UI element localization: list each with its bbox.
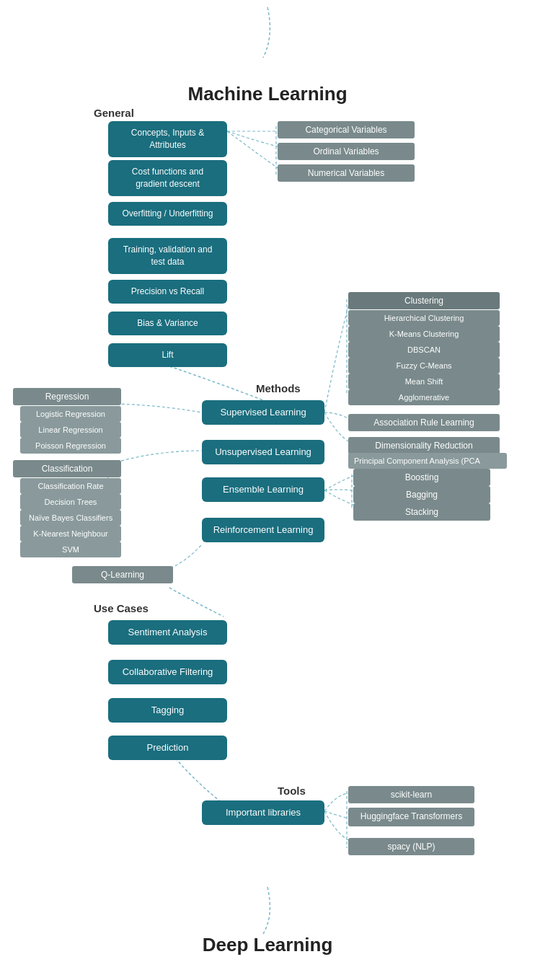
section-usecases-label: Use Cases — [94, 602, 149, 614]
box-supervised: Supervised Learning — [202, 400, 324, 425]
section-methods-label: Methods — [256, 382, 301, 394]
box-categorical: Categorical Variables — [278, 121, 415, 138]
box-ensemble: Ensemble Learning — [202, 477, 324, 502]
box-numerical: Numerical Variables — [278, 164, 415, 182]
box-bagging: Bagging — [353, 486, 490, 503]
box-poisson: Poisson Regression — [20, 438, 121, 454]
box-concepts: Concepts, Inputs & Attributes — [108, 121, 227, 157]
box-importantlibs: Important libraries — [202, 800, 324, 825]
section-tools-label: Tools — [278, 785, 306, 797]
box-overfitting: Overfitting / Underfitting — [108, 202, 227, 226]
box-naivebayes: Naïve Bayes Classifiers — [20, 510, 121, 526]
box-knearest: K-Nearest Neighbour — [20, 526, 121, 542]
box-precision: Precision vs Recall — [108, 280, 227, 304]
box-spacy: spacy (NLP) — [348, 838, 474, 855]
box-unsupervised: Unsupervised Learning — [202, 440, 324, 464]
box-stacking: Stacking — [353, 503, 490, 521]
section-general-label: General — [94, 107, 134, 119]
box-sklearn: scikit-learn — [348, 786, 474, 803]
box-agglomerative: Agglomerative — [348, 389, 500, 405]
box-meanshift: Mean Shift — [348, 374, 500, 389]
box-linear: Linear Regression — [20, 422, 121, 438]
box-hierarchical: Hierarchical Clustering — [348, 310, 500, 326]
box-classrate: Classification Rate — [20, 478, 121, 494]
box-qlearning: Q-Learning — [72, 566, 173, 583]
box-fuzzycmeans: Fuzzy C-Means — [348, 358, 500, 374]
box-lift: Lift — [108, 343, 227, 367]
box-kmeans: K-Means Clustering — [348, 326, 500, 342]
box-decisiontrees: Decision Trees — [20, 494, 121, 510]
box-association: Association Rule Learning — [348, 414, 500, 431]
box-dimreduction: Dimensionality Reduction — [348, 437, 500, 454]
box-clustering: Clustering — [348, 292, 500, 309]
box-regression: Regression — [13, 388, 121, 405]
box-tagging: Tagging — [108, 698, 227, 723]
box-pca: Principal Component Analysis (PCA — [348, 453, 507, 469]
box-svm: SVM — [20, 542, 121, 557]
box-training: Training, validation and test data — [108, 238, 227, 274]
box-prediction: Prediction — [108, 736, 227, 760]
page-title: Machine Learning — [0, 40, 535, 120]
box-reinforcement: Reinforcement Learning — [202, 518, 324, 542]
box-cost: Cost functions and gradient descent — [108, 160, 227, 196]
box-sentiment: Sentiment Analysis — [108, 620, 227, 645]
page-title-bottom: Deep Learning — [0, 912, 535, 980]
box-classification: Classification — [13, 460, 121, 477]
box-collab: Collaborative Filtering — [108, 660, 227, 684]
box-ordinal: Ordinal Variables — [278, 143, 415, 160]
box-logistic: Logistic Regression — [20, 406, 121, 422]
box-bias: Bias & Variance — [108, 312, 227, 335]
box-boosting: Boosting — [353, 469, 490, 486]
box-dbscan: DBSCAN — [348, 342, 500, 358]
box-huggingface: Huggingface Transformers — [348, 808, 474, 826]
